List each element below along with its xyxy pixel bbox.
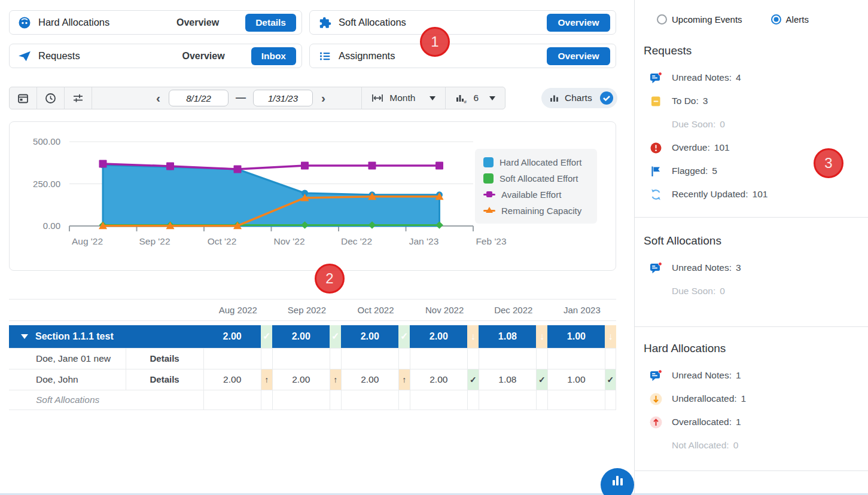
alert-item[interactable]: Unread Notes: 4: [644, 70, 859, 85]
status-icon: ↓: [536, 325, 547, 348]
underallocated-icon: [650, 393, 662, 405]
allocation-cell[interactable]: 1.00: [547, 325, 605, 348]
refresh-icon: [650, 188, 662, 201]
status-icon: ↑: [398, 369, 410, 390]
chevron-down-icon: [489, 96, 495, 100]
status-icon: ↓: [467, 325, 479, 348]
details-link[interactable]: Details: [126, 348, 203, 369]
resource-name[interactable]: Doe, Jane 01 new: [9, 348, 126, 369]
filter-settings-icon[interactable]: [65, 87, 92, 109]
range-end-input[interactable]: [253, 90, 313, 106]
clock-icon[interactable]: [37, 87, 65, 109]
allocation-cell[interactable]: 2.00: [272, 369, 330, 390]
interval-width-icon: [371, 93, 383, 103]
svg-text:0.00: 0.00: [43, 221, 60, 231]
bar-count-icon: #: [455, 93, 467, 103]
month-header: Dec 2022: [479, 300, 548, 321]
status-icon: ✓: [536, 369, 547, 390]
unread-notes-icon: [650, 369, 662, 382]
allocation-cell[interactable]: 2.00: [410, 325, 467, 348]
available-effort-swatch: [483, 190, 495, 200]
allocation-cell[interactable]: [410, 348, 467, 369]
alert-count: 101: [753, 189, 768, 200]
upcoming-events-radio[interactable]: Upcoming Events: [656, 14, 742, 25]
status-icon: ✓: [467, 369, 479, 390]
allocation-cell[interactable]: [341, 348, 398, 369]
charts-fab-button[interactable]: [601, 468, 634, 495]
status-icon: [398, 348, 410, 369]
allocation-cell[interactable]: [547, 348, 605, 369]
status-icon: [536, 348, 547, 369]
alert-count: 1: [741, 393, 747, 404]
soft-allocations-label: Soft Allocations: [9, 390, 203, 410]
soft-allocations-card: Soft Allocations Overview: [309, 10, 616, 35]
section-divider: [635, 217, 868, 218]
overview-link[interactable]: Overview: [176, 17, 219, 28]
allocation-cell[interactable]: 2.00: [272, 325, 330, 348]
allocation-cell[interactable]: 2.00: [203, 369, 261, 390]
section-name: Section 1.1.1 test: [35, 331, 114, 341]
inbox-button[interactable]: Inbox: [251, 47, 296, 65]
allocation-table: Section 1.1.1 test 2.00✓ 2.00✓ 2.00✓ 2.0…: [9, 325, 616, 410]
status-icon: ✓: [605, 369, 616, 390]
charts-toggle[interactable]: Charts: [541, 88, 617, 108]
zoom-level-dropdown[interactable]: Month: [361, 87, 445, 109]
legend-item: Soft Allocated Effort: [483, 173, 589, 184]
chart-count-dropdown[interactable]: # 6: [445, 87, 505, 109]
soft-allocations-row: Soft Allocations: [9, 390, 616, 410]
allocation-cell[interactable]: 1.08: [479, 325, 536, 348]
alert-item[interactable]: Recently Updated: 101: [644, 187, 859, 202]
details-button[interactable]: Details: [245, 14, 296, 32]
requests-section: Requests Unread Notes: 4 To Do: 3 Due So…: [644, 44, 859, 210]
allocation-cell[interactable]: [272, 348, 330, 369]
details-link[interactable]: Details: [126, 369, 203, 390]
month-header: Aug 2022: [203, 300, 272, 321]
section-row[interactable]: Section 1.1.1 test 2.00✓ 2.00✓ 2.00✓ 2.0…: [9, 325, 616, 348]
range-next-icon[interactable]: ›: [320, 91, 327, 105]
section-divider: [635, 326, 868, 327]
alert-item[interactable]: Unread Notes: 1: [644, 368, 859, 383]
allocation-cell[interactable]: [479, 348, 536, 369]
remaining-capacity-swatch: [483, 206, 495, 216]
allocation-cell[interactable]: [203, 348, 261, 369]
svg-text:#: #: [464, 99, 467, 103]
allocation-cell[interactable]: 2.00: [341, 325, 398, 348]
section-title: Requests: [644, 44, 859, 60]
alerts-radio[interactable]: Alerts: [770, 14, 809, 25]
alert-item[interactable]: Unread Notes: 3: [644, 260, 859, 276]
alert-item[interactable]: Underallocated: 1: [644, 391, 859, 407]
overview-button[interactable]: Overview: [547, 14, 610, 32]
alerts-sidebar: Upcoming Events Alerts Requests Unread N…: [634, 0, 868, 495]
alert-item[interactable]: Overallocated: 1: [644, 414, 859, 430]
allocation-cell[interactable]: 2.00: [203, 325, 261, 348]
card-title: Hard Allocations: [38, 17, 176, 28]
hard-allocations-section: Hard Allocations Unread Notes: 1 Underal…: [644, 342, 859, 461]
allocation-cell[interactable]: 1.08: [479, 369, 536, 390]
overview-link[interactable]: Overview: [182, 51, 225, 62]
calendar-icon[interactable]: [10, 87, 37, 109]
month-header: Nov 2022: [410, 300, 479, 321]
month-header: Sep 2022: [272, 300, 341, 321]
hard-allocations-card: Hard Allocations Overview Details: [9, 10, 302, 35]
unread-notes-icon: [650, 72, 662, 84]
bar-chart-icon: [550, 94, 559, 103]
range-start-input[interactable]: [169, 90, 229, 106]
charts-toggle-label: Charts: [565, 93, 594, 103]
alert-item[interactable]: To Do: 3: [644, 93, 859, 109]
range-prev-icon[interactable]: ‹: [155, 91, 162, 105]
chart-count-value: 6: [473, 93, 479, 103]
allocation-cell[interactable]: 1.00: [547, 369, 605, 390]
sidebar-tabs: Upcoming Events Alerts: [656, 14, 809, 25]
resource-name[interactable]: Doe, John: [9, 369, 126, 390]
resource-row: Doe, John Details 2.00↑ 2.00↑ 2.00↑ 2.00…: [9, 369, 616, 390]
alert-count: 1: [736, 417, 741, 427]
allocation-cell[interactable]: 2.00: [410, 369, 467, 390]
overview-button[interactable]: Overview: [547, 47, 610, 65]
allocation-cell[interactable]: 2.00: [341, 369, 398, 390]
section-divider: [635, 470, 868, 471]
svg-text:Oct '22: Oct '22: [208, 236, 237, 246]
collapse-icon[interactable]: [21, 334, 28, 339]
alert-count: 101: [714, 142, 730, 153]
status-icon: [605, 348, 616, 369]
chart-toolbar: ‹ — › Month # 6: [9, 87, 505, 109]
